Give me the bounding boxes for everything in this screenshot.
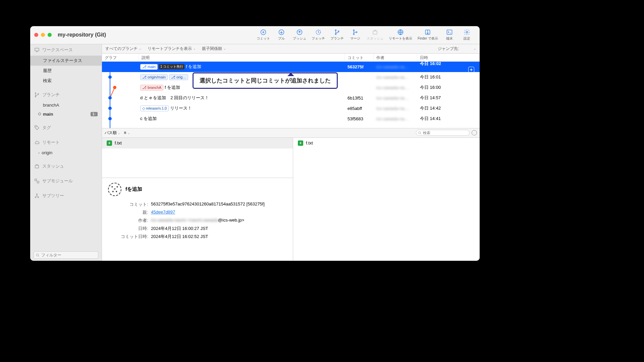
ref-badge: ⎇ main xyxy=(140,64,158,70)
remote-toggle[interactable]: リモートブランチを表示⌄ xyxy=(148,46,196,52)
monitor-icon xyxy=(34,47,40,53)
terminal-button[interactable]: 端末 xyxy=(441,27,458,42)
svg-point-23 xyxy=(37,194,38,195)
branch-icon xyxy=(34,92,40,98)
svg-point-16 xyxy=(35,93,36,94)
svg-rect-35 xyxy=(112,186,113,187)
svg-rect-39 xyxy=(116,191,117,192)
added-icon: + xyxy=(107,140,112,146)
merge-button[interactable]: マージ xyxy=(346,27,364,42)
sidebar-stashes[interactable]: スタッシュ xyxy=(30,161,102,172)
commit-row[interactable]: c を追加53f5683ics-sawada-na…今日 14:41 xyxy=(102,114,480,124)
branch-icon xyxy=(334,29,340,36)
sidebar-remotes[interactable]: リモート xyxy=(30,137,102,148)
close-icon[interactable] xyxy=(34,33,38,37)
stash-icon xyxy=(34,164,40,169)
sidebar-subtrees[interactable]: サブツリー xyxy=(30,190,102,201)
submodule-icon xyxy=(34,178,40,184)
order-select[interactable]: 親子関係順⌄ xyxy=(202,46,226,52)
branch-filter[interactable]: すべてのブランチ⌄ xyxy=(105,46,142,52)
main: すべてのブランチ⌄ リモートブランチを表示⌄ 親子関係順⌄ ジャンプ先:⌄ グラ… xyxy=(102,44,480,261)
sidebar-submodules[interactable]: サブモジュール xyxy=(30,175,102,187)
finder-icon xyxy=(424,29,431,36)
svg-rect-13 xyxy=(447,30,452,34)
svg-rect-20 xyxy=(35,165,39,168)
svg-point-9 xyxy=(356,32,357,33)
chevron-icon: ⌄ xyxy=(474,47,476,50)
settings-button[interactable]: 設定 xyxy=(458,27,476,42)
plus-circle-icon xyxy=(260,29,267,36)
filter-bar: すべてのブランチ⌄ リモートブランチを表示⌄ 親子関係順⌄ ジャンプ先:⌄ xyxy=(102,44,480,54)
chevron-icon: ⌄ xyxy=(223,47,226,50)
diff-file[interactable]: + f.txt xyxy=(293,138,480,148)
branch-button[interactable]: ブランチ xyxy=(328,27,346,42)
maximize-icon[interactable] xyxy=(48,33,52,37)
sidebar-branches[interactable]: ブランチ xyxy=(30,89,102,101)
down-circle-icon xyxy=(278,29,285,36)
commit-list: 選択したコミットと同じコミットが追加されました ⎇ main1 コミット先行 f… xyxy=(102,62,480,128)
svg-point-25 xyxy=(38,197,39,198)
refresh-icon xyxy=(315,29,322,36)
svg-point-5 xyxy=(335,34,336,35)
svg-rect-15 xyxy=(35,48,39,51)
callout: 選択したコミットと同じコミットが追加されました xyxy=(193,72,338,89)
sidebar: ワークスペース ファイルステータス 履歴 検索 ブランチ branchA mai… xyxy=(30,44,102,261)
detail-search-input[interactable] xyxy=(416,130,470,136)
column-header: グラフ 説明 コミット 作者 日時 xyxy=(102,54,480,62)
commit-row[interactable]: d と e を追加 2 回目のリリース！6b13f51ics-sawada-na… xyxy=(102,93,480,103)
stash-icon xyxy=(372,29,378,36)
remote-button[interactable]: リモートを表示 xyxy=(386,27,415,42)
svg-point-7 xyxy=(353,30,354,31)
svg-rect-36 xyxy=(117,186,118,187)
push-button[interactable]: プッシュ xyxy=(290,27,309,42)
svg-point-6 xyxy=(338,31,339,32)
jump-select[interactable]: ジャンプ先:⌄ xyxy=(438,46,476,52)
commit-row[interactable]: ◇ release/v.1.0 リリース！e85abffics-sawada-n… xyxy=(102,103,480,114)
terminal-icon xyxy=(446,29,453,36)
svg-point-24 xyxy=(35,197,36,198)
date-value: 2024年4月12日 16:00:27 JST xyxy=(151,226,287,232)
gear-icon xyxy=(464,29,470,36)
sidebar-remote-origin[interactable]: ›origin xyxy=(30,148,102,157)
window-title: my-repository (Git) xyxy=(58,32,106,38)
added-icon: + xyxy=(298,140,303,146)
author-value: ics-sawada-naomi <naomi.sawada@ics-web.j… xyxy=(151,218,287,224)
tag-icon xyxy=(34,125,40,130)
pull-button[interactable]: プル xyxy=(273,27,290,42)
gear-icon[interactable] xyxy=(472,130,477,135)
sidebar-item-filestatus[interactable]: ファイルステータス xyxy=(30,56,102,66)
subtree-icon xyxy=(34,193,40,198)
commit-title: fを追加 xyxy=(125,186,142,192)
svg-point-4 xyxy=(335,30,336,31)
commit-button[interactable]: コミット xyxy=(254,27,273,42)
parent-link[interactable]: 45dee7d897 xyxy=(151,209,175,215)
ref-badge: ⎇ orig… xyxy=(169,74,188,80)
minimize-icon[interactable] xyxy=(41,33,45,37)
sidebar-workspace[interactable]: ワークスペース xyxy=(30,44,102,56)
file-item[interactable]: + f.txt xyxy=(102,138,293,148)
cloud-icon xyxy=(34,140,40,145)
sidebar-item-search[interactable]: 検索 xyxy=(30,76,102,86)
chevron-icon: ⌄ xyxy=(193,47,196,50)
svg-rect-22 xyxy=(37,181,39,183)
sidebar-branch-a[interactable]: branchA xyxy=(30,101,102,110)
path-order[interactable]: パス順 ⌄ xyxy=(105,130,120,136)
sidebar-tags[interactable]: タグ xyxy=(30,122,102,133)
sidebar-filter xyxy=(30,249,102,261)
ahead-badge: 1 コミット先行 xyxy=(159,64,184,69)
finder-button[interactable]: Finder で表示 xyxy=(415,27,441,42)
filter-input[interactable] xyxy=(34,251,98,259)
sidebar-branch-main[interactable]: main 1↑ xyxy=(30,110,102,119)
titlebar: my-repository (Git) コミットプルプッシュフェッチブランチマー… xyxy=(30,26,480,44)
svg-rect-37 xyxy=(114,188,116,189)
ref-badge: ⎇ branchA xyxy=(140,85,163,90)
commit-hash: 563275ff3e57ac97624301260a817154aa531572… xyxy=(151,201,287,207)
svg-point-14 xyxy=(466,32,468,33)
sidebar-item-history[interactable]: 履歴 xyxy=(30,66,102,76)
commit-date-value: 2024年4月12日 16:02:52 JST xyxy=(151,234,287,240)
fetch-button[interactable]: フェッチ xyxy=(309,27,328,42)
toolbar: コミットプルプッシュフェッチブランチマージスタッシュリモートを表示Finder … xyxy=(254,27,476,42)
view-options[interactable]: ≡ ⌄ xyxy=(124,130,130,135)
detail-bar: パス順 ⌄ ≡ ⌄ xyxy=(102,128,480,138)
stash-button[interactable]: スタッシュ xyxy=(364,27,386,42)
